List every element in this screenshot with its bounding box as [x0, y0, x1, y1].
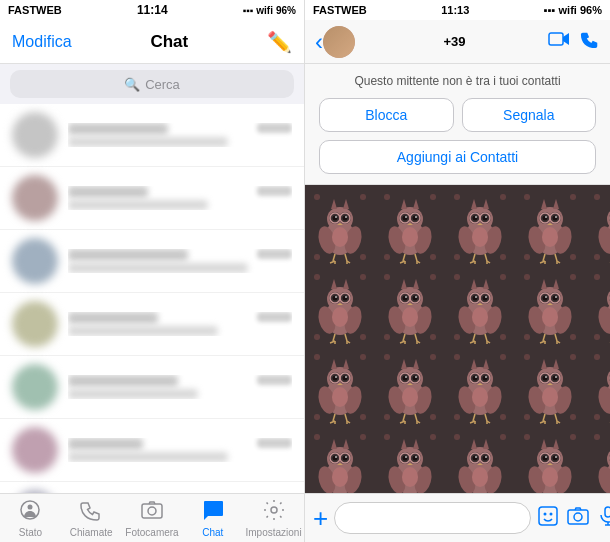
nav-actions — [548, 29, 600, 54]
battery-icon: 96% — [276, 5, 296, 16]
blocca-button[interactable]: Blocca — [319, 98, 454, 132]
chat-time-blur — [257, 312, 292, 322]
right-time: 11:13 — [441, 4, 469, 16]
search-icon: 🔍 — [124, 77, 140, 92]
list-item[interactable] — [0, 356, 304, 419]
chat-time-blur — [257, 438, 292, 448]
chat-info — [68, 123, 292, 147]
chat-name-blur — [68, 375, 178, 387]
chat-name-blur — [68, 312, 158, 324]
camera-icon[interactable] — [567, 505, 589, 532]
chat-name-blur — [68, 186, 148, 198]
unknown-sender-text: Questo mittente non è tra i tuoi contatt… — [319, 74, 596, 88]
chat-name-blur — [68, 249, 188, 261]
left-nav-bar: Modifica Chat ✏️ — [0, 20, 304, 64]
wifi-icon: wifi — [256, 5, 273, 16]
list-item[interactable] — [0, 230, 304, 293]
signal-icon: ▪▪▪ — [544, 4, 556, 16]
list-item[interactable] — [0, 167, 304, 230]
segnala-button[interactable]: Segnala — [462, 98, 597, 132]
left-time: 11:14 — [137, 3, 168, 17]
chat-info — [68, 438, 292, 462]
svg-point-37 — [574, 513, 582, 521]
tab-chiamate[interactable]: Chiamate — [61, 499, 122, 538]
tab-chat-label: Chat — [202, 527, 223, 538]
svg-rect-32 — [305, 185, 610, 493]
phone-call-icon[interactable] — [580, 29, 600, 54]
plus-button[interactable]: + — [313, 503, 328, 534]
chat-name-blur — [68, 123, 168, 135]
left-status-bar: FASTWEB 11:14 ▪▪▪ wifi 96% — [0, 0, 304, 20]
right-carrier: FASTWEB — [313, 4, 367, 16]
impostazioni-icon — [263, 499, 285, 525]
avatar — [12, 112, 58, 158]
chat-info — [68, 249, 292, 273]
svg-rect-33 — [539, 507, 557, 525]
chat-info — [68, 186, 292, 210]
svg-point-3 — [148, 507, 156, 515]
signal-icon: ▪▪▪ — [243, 5, 254, 16]
tab-fotocamera-label: Fotocamera — [125, 527, 178, 538]
chat-name-blur — [68, 438, 143, 450]
svg-point-34 — [544, 512, 547, 515]
chat-info — [68, 312, 292, 336]
chat-preview-blur — [68, 389, 198, 399]
svg-rect-2 — [142, 504, 162, 518]
tab-stato-label: Stato — [19, 527, 42, 538]
search-field[interactable]: 🔍 Cerca — [10, 70, 294, 98]
message-input[interactable] — [334, 502, 531, 534]
tab-impostazioni[interactable]: Impostazioni — [243, 499, 304, 538]
right-status-bar: FASTWEB 11:13 ▪▪▪ wifi 96% — [305, 0, 610, 20]
owl-pattern-svg — [305, 185, 610, 493]
svg-rect-36 — [568, 510, 588, 524]
chat-area — [305, 185, 610, 493]
fotocamera-icon — [141, 499, 163, 525]
list-item[interactable] — [0, 293, 304, 356]
contact-info: +39 — [361, 34, 548, 49]
tab-chat[interactable]: Chat — [182, 499, 243, 538]
back-button[interactable]: ‹ — [315, 28, 323, 56]
sticker-icon[interactable] — [537, 505, 559, 532]
modifica-button[interactable]: Modifica — [12, 33, 72, 51]
video-call-icon[interactable] — [548, 29, 570, 54]
svg-point-4 — [271, 507, 277, 513]
search-bar-container: 🔍 Cerca — [0, 64, 304, 104]
tab-fotocamera[interactable]: Fotocamera — [122, 499, 183, 538]
left-tab-bar: Stato Chiamate Fotocamera Chat Impostazi… — [0, 493, 304, 542]
banner-action-buttons: Blocca Segnala — [319, 98, 596, 132]
svg-point-1 — [28, 504, 33, 509]
chat-preview-blur — [68, 263, 248, 273]
chat-list — [0, 104, 304, 493]
owl-pattern-background — [305, 185, 610, 493]
list-item[interactable] — [0, 482, 304, 493]
back-chevron-icon: ‹ — [315, 28, 323, 56]
input-icons — [537, 505, 610, 532]
unknown-sender-banner: Questo mittente non è tra i tuoi contatt… — [305, 64, 610, 185]
tab-chiamate-label: Chiamate — [70, 527, 113, 538]
chat-icon — [202, 499, 224, 525]
battery-icon: 96% — [580, 4, 602, 16]
chat-time-blur — [257, 249, 292, 259]
contact-avatar[interactable] — [323, 26, 355, 58]
aggiungi-contatti-button[interactable]: Aggiungi ai Contatti — [319, 140, 596, 174]
chat-preview-blur — [68, 137, 228, 147]
svg-rect-5 — [549, 33, 563, 45]
tab-impostazioni-label: Impostazioni — [246, 527, 302, 538]
stato-icon — [19, 499, 41, 525]
svg-point-35 — [550, 512, 553, 515]
chat-title: Chat — [150, 32, 188, 52]
avatar — [12, 427, 58, 473]
list-item[interactable] — [0, 419, 304, 482]
chiamate-icon — [80, 499, 102, 525]
right-nav-bar: ‹ +39 — [305, 20, 610, 64]
right-panel: FASTWEB 11:13 ▪▪▪ wifi 96% ‹ +39 — [305, 0, 610, 542]
chat-preview-blur — [68, 452, 228, 462]
tab-stato[interactable]: Stato — [0, 499, 61, 538]
chat-preview-blur — [68, 326, 218, 336]
list-item[interactable] — [0, 104, 304, 167]
compose-icon[interactable]: ✏️ — [267, 30, 292, 54]
left-status-icons: ▪▪▪ wifi 96% — [243, 5, 296, 16]
mic-icon[interactable] — [597, 505, 610, 532]
chat-time-blur — [257, 123, 292, 133]
svg-rect-38 — [605, 507, 610, 517]
